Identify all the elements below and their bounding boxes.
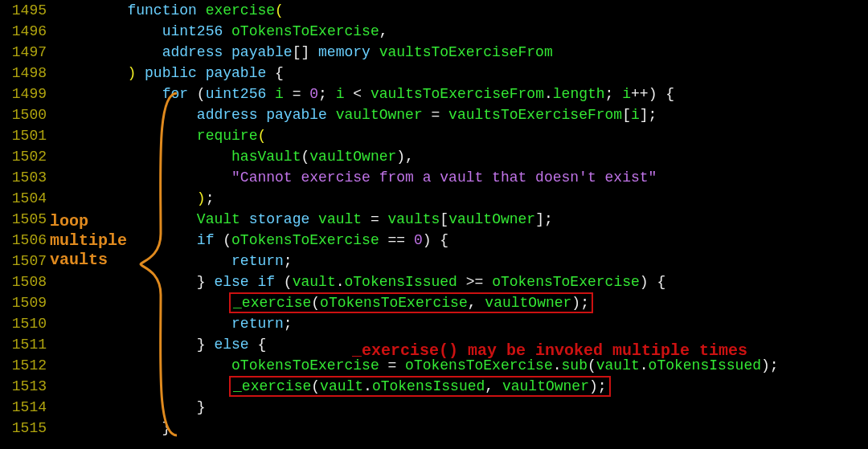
code-content: } else if (vault.oTokensIssued >= oToken… bbox=[58, 271, 665, 292]
annotation-line: multiple bbox=[50, 231, 127, 251]
line-number: 1499 bbox=[0, 84, 58, 104]
code-content: ); bbox=[58, 188, 214, 209]
code-content: require( bbox=[58, 125, 266, 146]
line-number: 1501 bbox=[0, 125, 58, 146]
code-line: 1501 require( bbox=[0, 125, 868, 146]
line-number: 1498 bbox=[0, 63, 58, 84]
line-number: 1508 bbox=[0, 271, 58, 292]
code-line: 1506 if (oTokensToExercise == 0) { bbox=[0, 230, 868, 251]
code-content: hasVault(vaultOwner), bbox=[58, 146, 414, 167]
line-number: 1514 bbox=[0, 397, 58, 418]
line-number: 1513 bbox=[0, 376, 58, 397]
line-number: 1504 bbox=[0, 188, 58, 209]
code-content: return; bbox=[58, 313, 293, 334]
code-line: 1503 "Cannot exercise from a vault that … bbox=[0, 167, 868, 188]
annotation-line: vaults bbox=[50, 251, 127, 270]
code-content: function exercise( bbox=[58, 0, 284, 21]
code-content: _exercise(vault.oTokensIssued, vaultOwne… bbox=[58, 376, 608, 397]
code-content: Vault storage vault = vaults[vaultOwner]… bbox=[58, 209, 553, 230]
code-content: address payable[] memory vaultsToExercis… bbox=[58, 42, 553, 63]
annotation-exercise-warning: _exercise() may be invoked multiple time… bbox=[352, 341, 747, 361]
code-line: 1513 _exercise(vault.oTokensIssued, vaul… bbox=[0, 376, 868, 397]
code-content: } bbox=[58, 418, 170, 439]
line-number: 1496 bbox=[0, 21, 58, 42]
code-line: 1495 function exercise( bbox=[0, 0, 868, 21]
code-line: 1497 address payable[] memory vaultsToEx… bbox=[0, 42, 868, 63]
line-number: 1509 bbox=[0, 292, 58, 313]
code-line: 1515 } bbox=[0, 418, 868, 439]
code-line: 1505 Vault storage vault = vaults[vaultO… bbox=[0, 209, 868, 230]
code-content: uint256 oTokensToExercise, bbox=[58, 21, 388, 42]
code-content: "Cannot exercise from a vault that doesn… bbox=[58, 167, 657, 188]
code-line: 1498 ) public payable { bbox=[0, 63, 868, 84]
highlight-box: _exercise(vault.oTokensIssued, vaultOwne… bbox=[231, 378, 608, 394]
line-number: 1511 bbox=[0, 334, 58, 355]
code-line: 1500 address payable vaultOwner = vaults… bbox=[0, 104, 868, 125]
line-number: 1515 bbox=[0, 418, 58, 439]
code-content: _exercise(oTokensToExercise, vaultOwner)… bbox=[58, 292, 591, 313]
code-line: 1496 uint256 oTokensToExercise, bbox=[0, 21, 868, 42]
code-line: 1508 } else if (vault.oTokensIssued >= o… bbox=[0, 271, 868, 292]
code-line: 1509 _exercise(oTokensToExercise, vaultO… bbox=[0, 292, 868, 313]
code-content: } bbox=[58, 397, 206, 418]
line-number: 1500 bbox=[0, 104, 58, 125]
highlight-box: _exercise(oTokensToExercise, vaultOwner)… bbox=[231, 295, 591, 311]
code-content: for (uint256 i = 0; i < vaultsToExercise… bbox=[58, 84, 674, 104]
code-content: } else { bbox=[58, 334, 266, 355]
line-number: 1512 bbox=[0, 355, 58, 376]
annotation-line: loop bbox=[50, 212, 127, 231]
code-content: address payable vaultOwner = vaultsToExe… bbox=[58, 104, 657, 125]
code-line: 1510 return; bbox=[0, 313, 868, 334]
line-number: 1495 bbox=[0, 0, 58, 21]
line-number: 1503 bbox=[0, 167, 58, 188]
code-line: 1502 hasVault(vaultOwner), bbox=[0, 146, 868, 167]
code-line: 1514 } bbox=[0, 397, 868, 418]
code-line: 1507 return; bbox=[0, 251, 868, 271]
line-number: 1497 bbox=[0, 42, 58, 63]
code-line: 1504 ); bbox=[0, 188, 868, 209]
code-content: ) public payable { bbox=[58, 63, 284, 84]
line-number: 1502 bbox=[0, 146, 58, 167]
line-number: 1510 bbox=[0, 313, 58, 334]
annotation-loop-vaults: loop multiple vaults bbox=[50, 212, 127, 270]
code-editor: 1495 function exercise(1496 uint256 oTok… bbox=[0, 0, 868, 439]
code-line: 1499 for (uint256 i = 0; i < vaultsToExe… bbox=[0, 84, 868, 104]
